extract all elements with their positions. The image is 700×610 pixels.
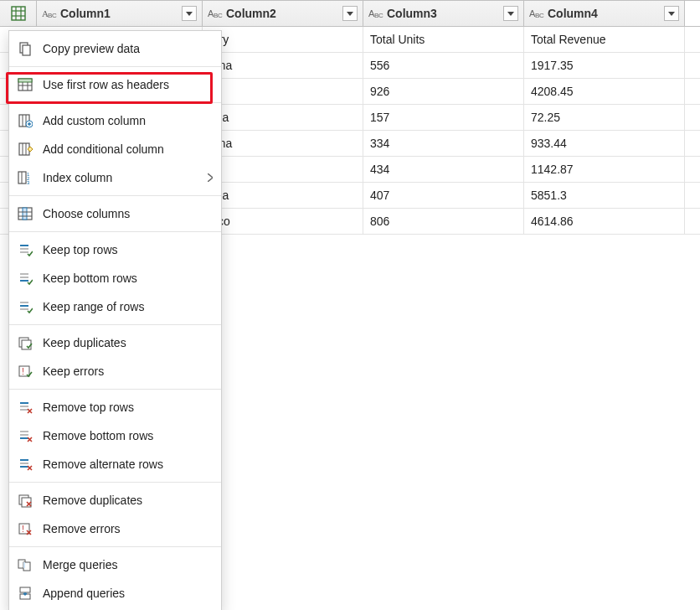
cell[interactable]: 926 bbox=[363, 79, 524, 104]
menu-label: Keep duplicates bbox=[43, 336, 213, 349]
cell[interactable]: 157 bbox=[363, 105, 524, 130]
menu-label: Remove duplicates bbox=[43, 494, 213, 507]
menu-separator bbox=[9, 389, 221, 390]
column-1-filter-button[interactable] bbox=[182, 6, 197, 21]
menu-keep-range-of-rows[interactable]: Keep range of rows bbox=[9, 292, 221, 321]
index-column-icon: 123 bbox=[16, 168, 34, 187]
menu-append-queries[interactable]: Append queries bbox=[9, 579, 221, 607]
svg-rect-69 bbox=[20, 587, 30, 592]
svg-text:C: C bbox=[52, 12, 57, 19]
cell[interactable]: 407 bbox=[363, 183, 524, 208]
keep-errors-icon: ! bbox=[16, 362, 34, 380]
menu-remove-errors[interactable]: ! Remove errors bbox=[9, 514, 221, 543]
cell[interactable]: 4614.86 bbox=[524, 209, 685, 234]
menu-merge-queries[interactable]: Merge queries bbox=[9, 551, 221, 579]
cell[interactable]: 933.44 bbox=[524, 131, 685, 156]
column-header-1[interactable]: ABC Column1 bbox=[37, 1, 203, 26]
cell[interactable]: ama bbox=[203, 131, 363, 156]
menu-copy-preview-data[interactable]: Copy preview data bbox=[9, 34, 221, 63]
cell[interactable]: 434 bbox=[363, 157, 524, 182]
cell[interactable]: ada bbox=[203, 183, 363, 208]
menu-label: Remove errors bbox=[43, 522, 213, 535]
menu-label: Remove alternate rows bbox=[43, 458, 213, 471]
keep-bottom-rows-icon bbox=[16, 269, 34, 287]
menu-label: Add custom column bbox=[43, 114, 213, 127]
menu-remove-top-rows[interactable]: Remove top rows bbox=[9, 393, 221, 421]
cell[interactable]: Total Units bbox=[363, 27, 524, 52]
menu-add-custom-column[interactable]: Add custom column bbox=[9, 106, 221, 135]
column-header-2-label: Column2 bbox=[226, 7, 339, 20]
menu-separator bbox=[9, 102, 221, 103]
text-type-icon: ABC bbox=[42, 7, 57, 20]
cell[interactable]: 1142.87 bbox=[524, 157, 685, 182]
column-3-filter-button[interactable] bbox=[503, 6, 518, 21]
cell[interactable]: xico bbox=[203, 209, 363, 234]
column-header-1-label: Column1 bbox=[60, 7, 178, 20]
chevron-down-icon bbox=[507, 12, 514, 16]
headers-icon bbox=[16, 75, 34, 94]
remove-alternate-rows-icon bbox=[16, 455, 34, 473]
column-header-2[interactable]: ABC Column2 bbox=[203, 1, 363, 26]
menu-keep-top-rows[interactable]: Keep top rows bbox=[9, 235, 221, 264]
remove-errors-icon: ! bbox=[16, 520, 34, 538]
cell[interactable]: 1917.35 bbox=[524, 53, 685, 78]
svg-rect-20 bbox=[18, 79, 32, 82]
menu-separator bbox=[9, 482, 221, 483]
menu-keep-errors[interactable]: ! Keep errors bbox=[9, 357, 221, 385]
menu-label: Keep bottom rows bbox=[43, 271, 213, 285]
cell[interactable]: A bbox=[203, 79, 363, 104]
remove-duplicates-icon bbox=[16, 491, 34, 509]
cell[interactable]: 334 bbox=[363, 131, 524, 156]
copy-icon bbox=[16, 39, 34, 58]
svg-text:C: C bbox=[378, 12, 383, 19]
menu-separator bbox=[9, 546, 221, 547]
menu-keep-bottom-rows[interactable]: Keep bottom rows bbox=[9, 264, 221, 292]
conditional-column-icon bbox=[16, 140, 34, 158]
choose-columns-icon bbox=[16, 204, 34, 223]
cell[interactable]: Total Revenue bbox=[524, 27, 685, 52]
menu-remove-bottom-rows[interactable]: Remove bottom rows bbox=[9, 421, 221, 450]
cell[interactable]: 4208.45 bbox=[524, 79, 685, 104]
cell[interactable]: 806 bbox=[363, 209, 524, 234]
menu-add-conditional-column[interactable]: Add conditional column bbox=[9, 135, 221, 163]
cell[interactable]: ama bbox=[203, 53, 363, 78]
svg-text:!: ! bbox=[22, 525, 24, 534]
cell[interactable]: 72.25 bbox=[524, 105, 685, 130]
menu-label: Keep top rows bbox=[43, 243, 213, 256]
column-header-3[interactable]: ABC Column3 bbox=[363, 1, 524, 26]
column-header-4-label: Column4 bbox=[548, 7, 661, 20]
menu-remove-duplicates[interactable]: Remove duplicates bbox=[9, 486, 221, 514]
menu-index-column[interactable]: 123 Index column bbox=[9, 163, 221, 192]
menu-label: Choose columns bbox=[43, 207, 213, 220]
chevron-down-icon bbox=[347, 12, 353, 16]
menu-keep-duplicates[interactable]: Keep duplicates bbox=[9, 328, 221, 357]
cell[interactable]: ntry bbox=[203, 27, 363, 52]
remove-bottom-rows-icon bbox=[16, 426, 34, 445]
remove-top-rows-icon bbox=[16, 398, 34, 416]
column-header-4[interactable]: ABC Column4 bbox=[524, 1, 685, 26]
cell[interactable]: A bbox=[203, 157, 363, 182]
text-type-icon: ABC bbox=[529, 7, 544, 20]
menu-label: Remove top rows bbox=[43, 401, 213, 414]
column-4-filter-button[interactable] bbox=[664, 6, 679, 21]
cell[interactable]: ada bbox=[203, 105, 363, 130]
cell[interactable]: 5851.3 bbox=[524, 183, 685, 208]
table-corner-button[interactable] bbox=[0, 1, 37, 26]
menu-use-first-row-as-headers[interactable]: Use first row as headers bbox=[9, 70, 221, 99]
menu-separator bbox=[9, 66, 221, 67]
keep-duplicates-icon bbox=[16, 333, 34, 352]
menu-choose-columns[interactable]: Choose columns bbox=[9, 199, 221, 228]
menu-remove-alternate-rows[interactable]: Remove alternate rows bbox=[9, 450, 221, 478]
menu-separator bbox=[9, 195, 221, 196]
keep-range-rows-icon bbox=[16, 297, 34, 316]
cell[interactable]: 556 bbox=[363, 53, 524, 78]
table-icon bbox=[11, 6, 26, 21]
column-2-filter-button[interactable] bbox=[342, 6, 358, 21]
menu-label: Use first row as headers bbox=[43, 78, 213, 91]
svg-rect-68 bbox=[23, 562, 25, 568]
menu-label: Copy preview data bbox=[43, 42, 213, 55]
svg-rect-18 bbox=[23, 45, 30, 55]
menu-label: Keep errors bbox=[43, 364, 213, 378]
column-header-3-label: Column3 bbox=[387, 7, 500, 20]
table-context-menu: Copy preview data Use first row as heade… bbox=[8, 30, 222, 610]
